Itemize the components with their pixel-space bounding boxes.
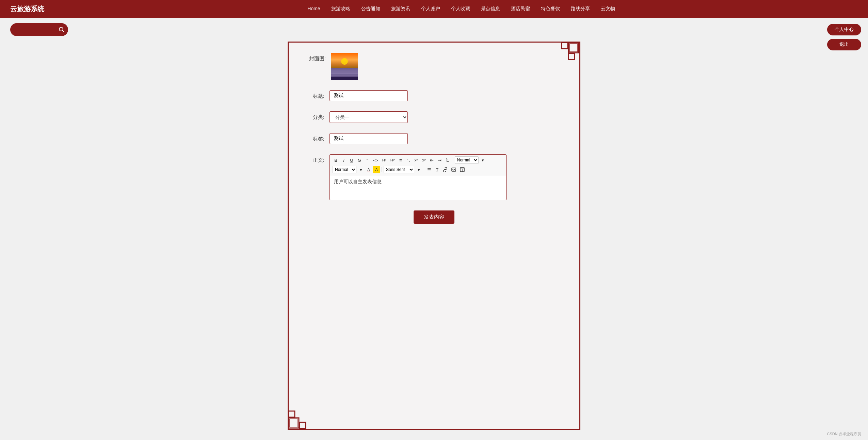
- toolbar-format-select[interactable]: Normal H1 H2: [333, 166, 356, 173]
- toolbar-underline[interactable]: U: [348, 156, 355, 164]
- svg-rect-13: [331, 70, 358, 71]
- nav-strategy[interactable]: 旅游攻略: [331, 4, 351, 13]
- svg-point-19: [452, 169, 453, 169]
- submit-row: 发表内容: [309, 210, 559, 224]
- cover-label: 封面图:: [309, 53, 331, 62]
- toolbar-row-1: B I U S " <> H1 H2 ≡ ≒ x2 x2 ⇤ ⇥: [333, 156, 503, 164]
- link-icon: [443, 167, 448, 172]
- toolbar-separator-1: [453, 157, 453, 163]
- toolbar-indent[interactable]: ⇅: [444, 156, 451, 164]
- search-bar: [10, 23, 68, 36]
- svg-rect-17: [331, 77, 358, 80]
- svg-rect-6: [289, 418, 299, 428]
- toolbar-blockquote[interactable]: ": [364, 156, 371, 164]
- toolbar-format-dropdown[interactable]: ▾: [357, 166, 364, 173]
- toolbar-row-2: Normal H1 H2 ▾ A A Sans Serif Serif Mono…: [333, 166, 503, 173]
- footer-watermark: CSDN @毕业程序员: [827, 431, 861, 437]
- toolbar-h2[interactable]: H2: [389, 156, 396, 164]
- svg-rect-14: [331, 72, 358, 73]
- logout-button[interactable]: 退出: [827, 39, 861, 50]
- toolbar-text-format[interactable]: T̲: [434, 166, 440, 173]
- nav-dining[interactable]: 特色餐饮: [540, 4, 561, 13]
- nav-home[interactable]: Home: [307, 4, 321, 13]
- toolbar-align-right[interactable]: ⇥: [436, 156, 443, 164]
- toolbar-font-dropdown[interactable]: ▾: [415, 166, 422, 173]
- main-area: 封面图:: [0, 18, 868, 440]
- right-actions: 个人中心 退出: [827, 24, 861, 50]
- nav-favorites[interactable]: 个人收藏: [450, 4, 471, 13]
- svg-point-11: [341, 58, 348, 65]
- toolbar-strike[interactable]: S: [356, 156, 363, 164]
- svg-rect-8: [300, 422, 306, 428]
- svg-rect-16: [331, 76, 358, 77]
- toolbar-superscript[interactable]: x2: [421, 156, 428, 164]
- content-label: 正文:: [309, 154, 329, 163]
- toolbar-font-select[interactable]: Sans Serif Serif Monospace: [384, 166, 414, 173]
- rich-text-editor: B I U S " <> H1 H2 ≡ ≒ x2 x2 ⇤ ⇥: [329, 154, 507, 200]
- table-icon: [460, 167, 465, 172]
- title-row: 标题:: [309, 90, 559, 101]
- toolbar-table-insert[interactable]: [459, 166, 466, 173]
- svg-rect-4: [562, 43, 568, 49]
- svg-rect-18: [452, 168, 456, 171]
- nav-routes[interactable]: 路线分享: [570, 4, 591, 13]
- search-button[interactable]: [59, 27, 65, 33]
- nav-news[interactable]: 旅游资讯: [390, 4, 411, 13]
- toolbar-normal-dropdown[interactable]: ▾: [480, 156, 486, 164]
- svg-rect-2: [568, 43, 579, 53]
- svg-rect-9: [289, 411, 295, 417]
- svg-rect-7: [290, 419, 298, 427]
- toolbar-separator-3: [424, 167, 424, 172]
- form-frame: 封面图:: [288, 42, 580, 430]
- nav-hotels[interactable]: 酒店民宿: [510, 4, 531, 13]
- corner-decoration-bl: [288, 399, 318, 430]
- image-icon: [451, 167, 456, 172]
- category-row: 分类: 分类一 分类二 分类三: [309, 111, 559, 123]
- content-textarea[interactable]: 用户可以自主发表信息: [330, 175, 506, 199]
- tag-input[interactable]: [329, 133, 408, 144]
- tag-row: 标签:: [309, 133, 559, 144]
- category-label: 分类:: [309, 111, 329, 121]
- cover-image[interactable]: [331, 53, 358, 80]
- editor-toolbar: B I U S " <> H1 H2 ≡ ≒ x2 x2 ⇤ ⇥: [330, 155, 506, 175]
- svg-rect-3: [569, 44, 578, 52]
- toolbar-align-center[interactable]: ☰: [426, 166, 433, 173]
- toolbar-subscript[interactable]: x2: [413, 156, 420, 164]
- svg-rect-5: [568, 53, 575, 60]
- toolbar-align-left[interactable]: ⇤: [429, 156, 435, 164]
- nav-attractions[interactable]: 景点信息: [480, 4, 501, 13]
- title-label: 标题:: [309, 90, 329, 99]
- search-bar-wrap: [10, 23, 68, 36]
- toolbar-separator-2: [382, 167, 382, 172]
- category-select[interactable]: 分类一 分类二 分类三: [329, 111, 408, 123]
- toolbar-image-insert[interactable]: [450, 166, 457, 173]
- toolbar-ordered-list[interactable]: ≡: [397, 156, 404, 164]
- content-row: 正文: B I U S " <> H1 H2 ≡ ≒ x2: [309, 154, 559, 200]
- header: 云旅游系统 Home 旅游攻略 公告通知 旅游资讯 个人账户 个人收藏 景点信息…: [0, 0, 868, 18]
- toolbar-h1[interactable]: H1: [381, 156, 388, 164]
- cover-row: 封面图:: [309, 53, 559, 80]
- toolbar-bg-color[interactable]: A: [373, 166, 380, 173]
- logo: 云旅游系统: [10, 4, 44, 14]
- toolbar-link[interactable]: [441, 166, 449, 173]
- main-nav: Home 旅游攻略 公告通知 旅游资讯 个人账户 个人收藏 景点信息 酒店民宿 …: [65, 4, 858, 13]
- title-input[interactable]: [329, 90, 408, 101]
- svg-line-1: [63, 31, 64, 32]
- search-input[interactable]: [16, 27, 59, 32]
- toolbar-normal-select[interactable]: Normal H1 H2 H3: [455, 156, 479, 164]
- toolbar-italic[interactable]: I: [340, 156, 347, 164]
- toolbar-bold[interactable]: B: [333, 156, 339, 164]
- nav-notice[interactable]: 公告通知: [360, 4, 381, 13]
- toolbar-text-color[interactable]: A: [365, 166, 372, 173]
- cover-image-svg: [331, 53, 358, 80]
- search-icon: [59, 27, 65, 33]
- nav-artifacts[interactable]: 云文物: [600, 4, 616, 13]
- toolbar-code[interactable]: <>: [372, 156, 380, 164]
- nav-account[interactable]: 个人账户: [420, 4, 441, 13]
- toolbar-unordered-list[interactable]: ≒: [405, 156, 412, 164]
- svg-rect-15: [331, 74, 358, 75]
- tag-label: 标签:: [309, 133, 329, 142]
- personal-center-button[interactable]: 个人中心: [827, 24, 861, 35]
- submit-button[interactable]: 发表内容: [414, 210, 454, 224]
